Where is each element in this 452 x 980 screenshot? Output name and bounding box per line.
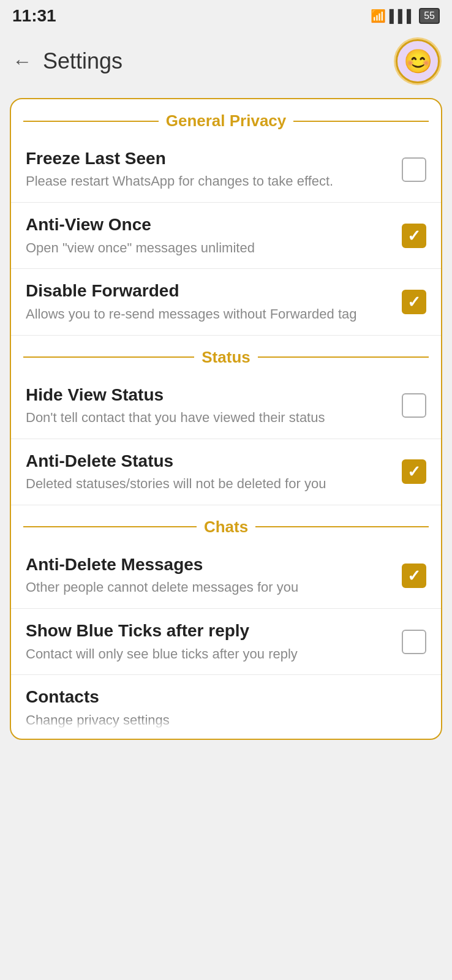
page-title: Settings <box>43 48 122 74</box>
list-item: Anti-Delete Messages Other people cannot… <box>11 543 441 609</box>
anti-delete-messages-desc: Other people cannot delete messages for … <box>26 578 392 597</box>
show-blue-ticks-content: Show Blue Ticks after reply Contact will… <box>26 620 392 663</box>
show-blue-ticks-checkbox[interactable] <box>402 630 426 654</box>
list-item: Contacts Change privacy settings <box>11 675 441 732</box>
status-icons: 📶 ▌▌▌ 55 <box>371 8 440 24</box>
battery-icon: 55 <box>419 8 440 24</box>
header-left: ← Settings <box>12 48 122 74</box>
section-line-left <box>23 121 159 122</box>
list-item: Anti-View Once Open "view once" messages… <box>11 203 441 269</box>
hide-view-status-checkbox[interactable] <box>402 393 426 418</box>
anti-view-once-title: Anti-View Once <box>26 214 392 236</box>
section-general-privacy: General Privacy <box>11 99 441 137</box>
section-line-left <box>23 526 197 527</box>
show-blue-ticks-desc: Contact will only see blue ticks after y… <box>26 645 392 664</box>
freeze-last-seen-content: Freeze Last Seen Please restart WhatsApp… <box>26 148 392 191</box>
status-time: 11:31 <box>12 6 56 26</box>
section-status: Status <box>11 336 441 373</box>
list-item: Anti-Delete Status Deleted statuses/stor… <box>11 439 441 505</box>
contacts-content: Contacts Change privacy settings <box>26 686 426 729</box>
contacts-desc: Change privacy settings <box>26 711 426 730</box>
list-item: Hide View Status Don't tell contact that… <box>11 373 441 439</box>
section-line-right <box>258 356 429 358</box>
hide-view-status-desc: Don't tell contact that you have viewed … <box>26 409 392 428</box>
anti-delete-status-content: Anti-Delete Status Deleted statuses/stor… <box>26 450 392 494</box>
anti-delete-status-title: Anti-Delete Status <box>26 450 392 472</box>
avatar[interactable]: 😊 <box>396 39 440 83</box>
list-item: Disable Forwarded Allows you to re-send … <box>11 269 441 335</box>
section-chats: Chats <box>11 505 441 543</box>
avatar-emoji: 😊 <box>404 48 432 75</box>
section-line-right <box>255 526 429 527</box>
section-line-left <box>23 356 194 358</box>
signal-icon: ▌▌▌ <box>390 9 416 23</box>
anti-delete-messages-checkbox[interactable] <box>402 564 426 588</box>
freeze-last-seen-checkbox[interactable] <box>402 157 426 182</box>
disable-forwarded-title: Disable Forwarded <box>26 280 392 302</box>
section-title-general-privacy: General Privacy <box>166 111 287 130</box>
main-card: General Privacy Freeze Last Seen Please … <box>10 98 442 740</box>
section-line-right <box>293 121 429 122</box>
anti-delete-status-checkbox[interactable] <box>402 459 426 484</box>
list-item: Show Blue Ticks after reply Contact will… <box>11 609 441 675</box>
list-item: Freeze Last Seen Please restart WhatsApp… <box>11 137 441 203</box>
section-title-chats: Chats <box>204 518 248 537</box>
disable-forwarded-content: Disable Forwarded Allows you to re-send … <box>26 280 392 323</box>
anti-view-once-desc: Open "view once" messages unlimited <box>26 239 392 258</box>
show-blue-ticks-title: Show Blue Ticks after reply <box>26 620 392 642</box>
disable-forwarded-desc: Allows you to re-send messages without F… <box>26 305 392 324</box>
anti-delete-messages-title: Anti-Delete Messages <box>26 554 392 576</box>
freeze-last-seen-title: Freeze Last Seen <box>26 148 392 170</box>
wifi-icon: 📶 <box>371 9 386 23</box>
disable-forwarded-checkbox[interactable] <box>402 290 426 314</box>
status-bar: 11:31 📶 ▌▌▌ 55 <box>0 0 452 29</box>
hide-view-status-content: Hide View Status Don't tell contact that… <box>26 384 392 428</box>
header: ← Settings 😊 <box>0 29 452 93</box>
anti-delete-status-desc: Deleted statuses/stories will not be del… <box>26 475 392 494</box>
anti-delete-messages-content: Anti-Delete Messages Other people cannot… <box>26 554 392 597</box>
anti-view-once-content: Anti-View Once Open "view once" messages… <box>26 214 392 257</box>
anti-view-once-checkbox[interactable] <box>402 224 426 248</box>
section-title-status: Status <box>202 348 250 367</box>
back-button[interactable]: ← <box>12 50 32 73</box>
contacts-title: Contacts <box>26 686 426 708</box>
freeze-last-seen-desc: Please restart WhatsApp for changes to t… <box>26 172 392 191</box>
hide-view-status-title: Hide View Status <box>26 384 392 406</box>
